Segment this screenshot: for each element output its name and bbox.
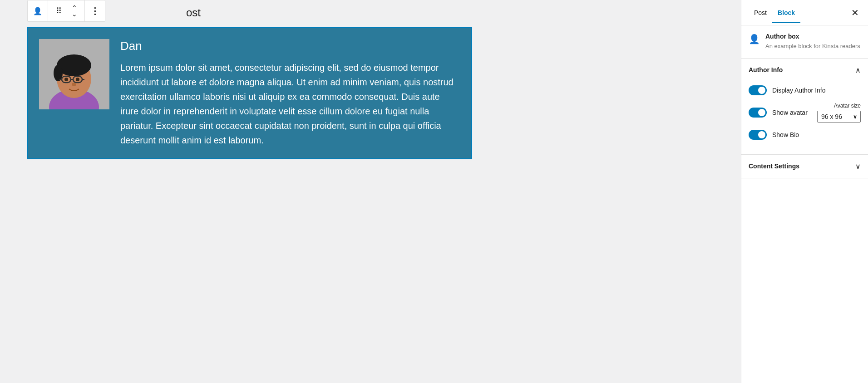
show-avatar-label: Show avatar (772, 109, 817, 116)
author-info-panel-body: Display Author Info Show avatar Avatar s… (741, 82, 868, 154)
author-box-block: Dan Lorem ipsum dolor sit amet, consecte… (27, 27, 472, 159)
tab-post[interactable]: Post (749, 2, 772, 23)
toolbar-more-group: ⋮ (85, 0, 105, 21)
block-toolbar: 👤 ⠿ ⌃⌄ ⋮ (27, 0, 105, 22)
display-author-info-row: Display Author Info (749, 85, 861, 95)
avatar-size-select[interactable]: 48 x 48 64 x 64 96 x 96 128 x 128 (817, 111, 861, 123)
block-icon: 👤 (749, 34, 760, 44)
tab-block[interactable]: Block (772, 2, 800, 23)
chevron-down-icon: ∨ (855, 162, 861, 171)
block-type-button[interactable]: 👤 (30, 3, 46, 19)
sidebar-header: Post Block ✕ (741, 0, 868, 25)
drag-handle-button[interactable]: ⠿ (50, 3, 66, 19)
author-bio: Lorem ipsum dolor sit amet, consectetur … (120, 60, 460, 147)
post-title-hint: ost (186, 6, 201, 19)
up-down-arrow-icon: ⌃⌄ (72, 5, 77, 17)
toolbar-drag-group: ⠿ ⌃⌄ (48, 0, 85, 21)
toolbar-block-icon-group: 👤 (28, 0, 48, 21)
content-settings-panel-header[interactable]: Content Settings ∨ (741, 155, 868, 178)
editor-area: 👤 ⠿ ⌃⌄ ⋮ ost (0, 0, 741, 383)
block-title: Author box (765, 33, 860, 40)
avatar-size-extra: Avatar size 48 x 48 64 x 64 96 x 96 128 … (817, 103, 861, 123)
person-icon: 👤 (33, 7, 42, 15)
author-name: Dan (120, 39, 460, 53)
svg-rect-6 (57, 64, 61, 78)
show-avatar-section: Show avatar Avatar size 48 x 48 64 x 64 … (749, 103, 861, 123)
svg-point-13 (76, 78, 79, 81)
show-bio-toggle[interactable] (749, 130, 767, 140)
block-description: An example block for Kinsta readers (765, 42, 860, 51)
display-author-info-label: Display Author Info (772, 87, 861, 94)
drag-icon: ⠿ (56, 6, 61, 16)
avatar-size-group: Avatar size 48 x 48 64 x 64 96 x 96 128 … (817, 103, 861, 123)
move-up-down-button[interactable]: ⌃⌄ (66, 3, 83, 19)
show-bio-row: Show Bio (749, 130, 861, 140)
toggle-slider-display-author (749, 85, 767, 95)
ellipsis-vertical-icon: ⋮ (90, 5, 99, 16)
content-settings-title: Content Settings (749, 162, 855, 170)
avatar-size-select-wrapper: 48 x 48 64 x 64 96 x 96 128 x 128 ∨ (817, 111, 861, 123)
author-info-panel-title: Author Info (749, 66, 783, 74)
show-bio-label: Show Bio (772, 131, 861, 138)
svg-point-12 (64, 78, 68, 81)
sidebar: Post Block ✕ 👤 Author box An example blo… (741, 0, 868, 383)
more-options-button[interactable]: ⋮ (87, 3, 103, 19)
author-info-panel-header[interactable]: Author Info ∧ (741, 59, 868, 82)
close-button[interactable]: ✕ (849, 5, 861, 20)
avatar-size-label: Avatar size (817, 103, 861, 109)
display-author-info-toggle[interactable] (749, 85, 767, 95)
chevron-up-icon: ∧ (855, 66, 861, 74)
svg-point-14 (72, 83, 76, 86)
author-avatar (39, 39, 109, 109)
author-content: Dan Lorem ipsum dolor sit amet, consecte… (120, 39, 460, 147)
author-info-panel: Author Info ∧ Display Author Info (741, 59, 868, 155)
block-info-text: Author box An example block for Kinsta r… (765, 33, 860, 51)
toggle-slider-show-avatar (749, 108, 767, 118)
content-settings-panel: Content Settings ∨ (741, 155, 868, 178)
show-avatar-toggle[interactable] (749, 108, 767, 118)
block-info-section: 👤 Author box An example block for Kinsta… (741, 25, 868, 59)
show-avatar-row: Show avatar Avatar size 48 x 48 64 x 64 … (749, 103, 861, 123)
toggle-slider-show-bio (749, 130, 767, 140)
